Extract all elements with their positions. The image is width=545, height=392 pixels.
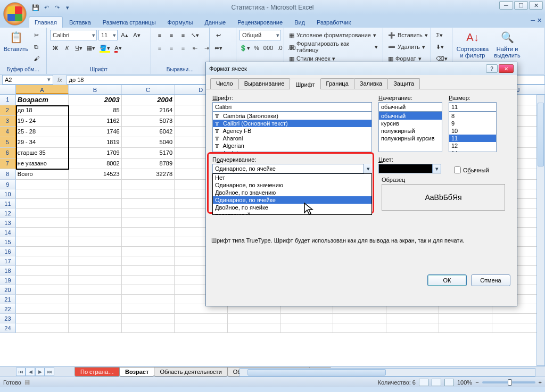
row-header[interactable]: 15 bbox=[0, 237, 16, 247]
view-layout-icon[interactable] bbox=[432, 379, 441, 386]
autosum-icon[interactable]: Σ▾ bbox=[434, 30, 445, 40]
dropdown-item[interactable]: Нет bbox=[213, 174, 371, 181]
tab-page-layout[interactable]: Разметка страницы bbox=[97, 17, 161, 28]
minimize-button[interactable]: ─ bbox=[499, 1, 513, 10]
list-item[interactable]: T Agency FB bbox=[213, 127, 371, 135]
ok-button[interactable]: ОК bbox=[427, 274, 467, 286]
list-item[interactable]: T Calibri (Основной текст) bbox=[213, 120, 371, 127]
office-button[interactable] bbox=[3, 2, 27, 26]
cell[interactable] bbox=[16, 199, 69, 208]
row-header[interactable]: 10 bbox=[0, 189, 16, 199]
dec-inc-icon[interactable]: .0 bbox=[275, 43, 285, 53]
number-format-combo[interactable]: Общий▾ bbox=[240, 30, 281, 40]
cell[interactable] bbox=[122, 323, 175, 333]
dlg-tab-number[interactable]: Число bbox=[210, 78, 239, 89]
undo-icon[interactable]: ↶ bbox=[42, 3, 51, 12]
percent-icon[interactable]: % bbox=[251, 43, 262, 53]
tab-nav-prev[interactable]: ◀ bbox=[26, 368, 35, 376]
underline-combo[interactable]: ▾ НетОдинарное, по значениюДвойное, по з… bbox=[212, 164, 372, 173]
cell[interactable] bbox=[280, 314, 333, 323]
font-style-input[interactable] bbox=[378, 102, 442, 112]
dropdown-item[interactable]: подстрочный bbox=[213, 211, 371, 215]
cell[interactable]: старше 35 bbox=[16, 148, 69, 159]
cell[interactable]: до 18 bbox=[16, 105, 69, 116]
cell[interactable] bbox=[69, 276, 121, 285]
cell[interactable] bbox=[280, 323, 333, 333]
ribbon-minimize-icon[interactable]: ─ bbox=[531, 17, 535, 24]
cell[interactable] bbox=[122, 256, 175, 266]
tab-insert[interactable]: Вставка bbox=[64, 17, 96, 28]
dlg-tab-fill[interactable]: Заливка bbox=[354, 78, 388, 89]
align-middle-icon[interactable]: ≡ bbox=[166, 30, 177, 40]
normal-font-checkbox[interactable]: Обычный bbox=[454, 166, 502, 173]
copy-icon[interactable]: ⧉ bbox=[31, 41, 42, 52]
cell[interactable]: 8789 bbox=[122, 159, 175, 169]
find-select-button[interactable]: 🔍 Найти и выделить bbox=[492, 30, 523, 59]
maximize-button[interactable]: ☐ bbox=[514, 1, 528, 10]
cell[interactable]: 1162 bbox=[69, 116, 121, 127]
sort-filter-button[interactable]: A↓ Сортировка и фильтр bbox=[456, 30, 490, 59]
font-name-combo[interactable]: Calibri▾ bbox=[50, 30, 97, 40]
row-header[interactable]: 3 bbox=[0, 116, 16, 127]
grow-font-icon[interactable]: A▴ bbox=[119, 30, 130, 40]
tab-review[interactable]: Рецензирование bbox=[232, 17, 288, 28]
tab-developer[interactable]: Разработчик bbox=[311, 17, 356, 28]
cell[interactable]: 85 bbox=[69, 105, 121, 116]
doc-close-icon[interactable]: ✕ bbox=[537, 17, 542, 24]
cell[interactable] bbox=[69, 304, 121, 314]
cell[interactable] bbox=[16, 228, 69, 237]
tab-data[interactable]: Данные bbox=[199, 17, 231, 28]
row-header[interactable]: 19 bbox=[0, 276, 16, 285]
cell[interactable] bbox=[69, 228, 121, 237]
dlg-tab-protection[interactable]: Защита bbox=[387, 78, 420, 89]
cell[interactable] bbox=[16, 218, 69, 228]
close-button[interactable]: ✕ bbox=[529, 1, 543, 10]
cell[interactable]: 29 - 34 bbox=[16, 137, 69, 148]
cell[interactable] bbox=[175, 314, 227, 323]
cell[interactable] bbox=[333, 314, 386, 323]
cell[interactable] bbox=[16, 295, 69, 304]
list-item[interactable]: полужирный курсив bbox=[379, 135, 442, 142]
fx-icon[interactable]: fx bbox=[57, 77, 62, 83]
dialog-close-button[interactable]: ✕ bbox=[499, 64, 514, 73]
align-right-icon[interactable]: ≡ bbox=[178, 43, 188, 53]
cell[interactable] bbox=[333, 323, 386, 333]
cell[interactable] bbox=[16, 247, 69, 256]
cell[interactable]: не указано bbox=[16, 159, 69, 169]
row-header[interactable]: 2 bbox=[0, 105, 16, 116]
row-header[interactable]: 24 bbox=[0, 323, 16, 333]
cell[interactable]: 1819 bbox=[69, 137, 121, 148]
row-header[interactable]: 8 bbox=[0, 169, 16, 180]
list-item[interactable]: 8 bbox=[449, 112, 496, 120]
list-item[interactable]: обычный bbox=[379, 112, 442, 120]
cell[interactable]: 1746 bbox=[69, 127, 121, 137]
row-header[interactable]: 22 bbox=[0, 304, 16, 314]
cell[interactable] bbox=[69, 285, 121, 295]
name-box[interactable]: A2▾ bbox=[2, 75, 53, 85]
cell[interactable] bbox=[16, 285, 69, 295]
view-normal-icon[interactable] bbox=[419, 379, 428, 386]
cell[interactable] bbox=[122, 180, 175, 189]
zoom-percent[interactable]: 100% bbox=[457, 379, 472, 386]
cell[interactable] bbox=[69, 218, 121, 228]
currency-icon[interactable]: 💲▾ bbox=[240, 43, 250, 53]
cell[interactable]: 14523 bbox=[69, 169, 121, 180]
cell[interactable] bbox=[122, 266, 175, 276]
row-header[interactable]: 18 bbox=[0, 266, 16, 276]
cell[interactable] bbox=[175, 323, 227, 333]
zoom-in-icon[interactable]: + bbox=[539, 379, 542, 386]
list-item[interactable]: 11 bbox=[449, 135, 496, 142]
style-list[interactable]: обычныйкурсивполужирныйполужирный курсив bbox=[378, 112, 442, 152]
row-header[interactable]: 21 bbox=[0, 295, 16, 304]
col-header[interactable]: C bbox=[122, 85, 175, 94]
fill-color-button[interactable]: 🪣▾ bbox=[98, 43, 112, 53]
dlg-tab-border[interactable]: Граница bbox=[320, 78, 354, 89]
font-list[interactable]: T Cambria (Заголовки)T Calibri (Основной… bbox=[212, 112, 372, 152]
list-item[interactable]: полужирный bbox=[379, 127, 442, 135]
conditional-format-button[interactable]: ▦ Условное форматирование ▾ bbox=[287, 30, 379, 40]
tab-nav-first[interactable]: ⏮ bbox=[16, 368, 26, 376]
list-item[interactable]: курсив bbox=[379, 120, 442, 127]
paste-button[interactable]: 📋 Вставить bbox=[3, 30, 29, 52]
list-item[interactable]: 14 bbox=[449, 149, 496, 152]
align-left-icon[interactable]: ≡ bbox=[154, 43, 165, 53]
